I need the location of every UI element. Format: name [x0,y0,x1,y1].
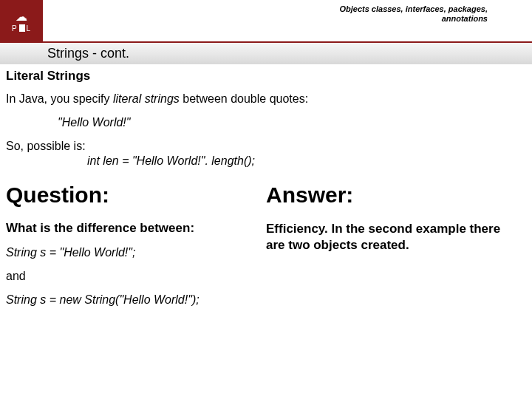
logo-text: P L [12,24,31,33]
question-and: and [6,270,257,283]
slide-title: Strings - cont. [0,43,532,64]
shield-icon [19,24,25,32]
hello-world-literal: "Hello World!" [58,116,526,129]
intro-emphasis: literal strings [113,92,180,105]
slide-content: Literal Strings In Java, you specify lit… [0,69,532,317]
question-column: Question: What is the difference between… [6,183,266,317]
answer-heading: Answer: [266,183,517,208]
institution-logo: ☁ P L [0,0,43,43]
possible-code: int len = "Hello World!". length(); [87,154,526,168]
intro-suffix: between double quotes: [180,92,308,105]
section-subtitle: Literal Strings [6,69,526,83]
qa-section: Question: What is the difference between… [6,183,526,317]
answer-text: Efficiency. In the second example there … [266,221,517,253]
question-code-1: String s = "Hello World!"; [6,246,257,259]
answer-column: Answer: Efficiency. In the second exampl… [266,183,526,317]
question-subtext: What is the difference between: [6,221,257,236]
question-heading: Question: [6,183,257,208]
breadcrumb: Objects classes, interfaces, packages, a… [43,0,532,41]
logo-letter-l: L [27,24,32,33]
intro-paragraph: In Java, you specify literal strings bet… [6,92,526,106]
slide-header: ☁ P L Objects classes, interfaces, packa… [0,0,532,43]
logo-letter-p: P [12,24,18,33]
logo-icon: ☁ [16,11,27,23]
question-code-2: String s = new String("Hello World!"); [6,293,257,307]
breadcrumb-line2: annotations [339,14,488,24]
possible-label: So, possible is: [6,140,526,153]
intro-prefix: In Java, you specify [6,92,113,105]
breadcrumb-line1: Objects classes, interfaces, packages, [339,4,488,14]
